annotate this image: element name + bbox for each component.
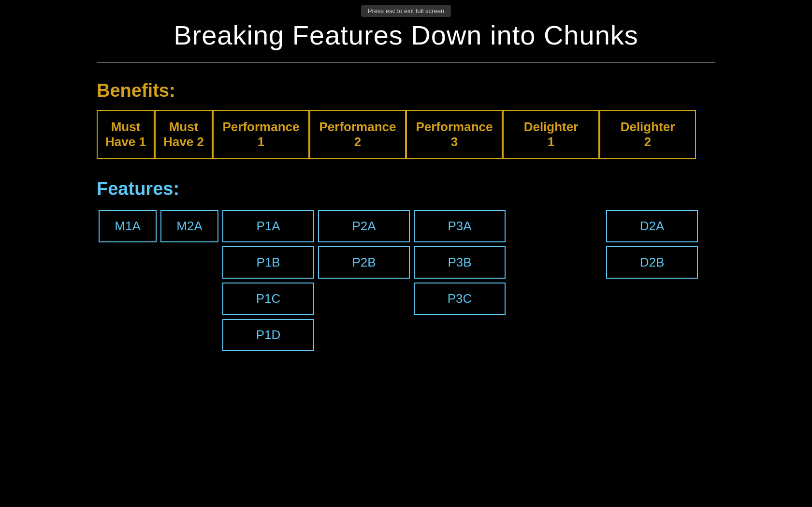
benefits-grid: Must Have 1Must Have 2Performance 1Perfo…: [97, 110, 715, 159]
feature-cell-p2-0: P2A: [318, 210, 410, 242]
feature-cell-p2-1: P2B: [318, 246, 410, 279]
feature-cell-p3-1: P3B: [414, 246, 506, 279]
feature-column-spacer-d1: [508, 208, 604, 242]
benefit-cell-1: Must Have 2: [155, 110, 213, 159]
benefit-cell-2: Performance 1: [213, 110, 309, 159]
feature-column-mh2: M2A: [159, 208, 220, 244]
feature-cell-p3-0: P3A: [414, 210, 506, 242]
feature-cell-mh2-0: M2A: [160, 210, 218, 242]
benefit-cell-4: Performance 3: [406, 110, 503, 159]
page-container: Press esc to exit full screen Breaking F…: [0, 0, 812, 507]
benefit-cell-0: Must Have 1: [97, 110, 155, 159]
feature-cell-mh1-0: M1A: [99, 210, 157, 242]
tooltip-bar: Press esc to exit full screen: [361, 5, 451, 17]
features-label: Features:: [97, 179, 715, 199]
feature-column-d1: [508, 208, 604, 242]
feature-column-p2: P2AP2B: [316, 208, 412, 281]
feature-column-p3: P3AP3BP3C: [412, 208, 508, 317]
divider: [97, 62, 715, 63]
feature-column-p1: P1AP1BP1CP1D: [220, 208, 316, 353]
benefit-cell-3: Performance 2: [309, 110, 406, 159]
feature-column-d2: D2AD2B: [604, 208, 700, 281]
feature-cell-d2-1: D2B: [606, 246, 698, 279]
feature-cell-p1-2: P1C: [222, 283, 314, 315]
feature-cell-p1-3: P1D: [222, 319, 314, 351]
features-columns: M1AM2AP1AP1BP1CP1DP2AP2BP3AP3BP3CD2AD2B: [97, 208, 715, 353]
feature-cell-p3-2: P3C: [414, 283, 506, 315]
benefit-cell-5: Delighter 1: [503, 110, 599, 159]
feature-cell-p1-0: P1A: [222, 210, 314, 242]
feature-cell-d2-0: D2A: [606, 210, 698, 242]
feature-column-mh1: M1A: [97, 208, 159, 244]
feature-cell-p1-1: P1B: [222, 246, 314, 279]
page-title: Breaking Features Down into Chunks: [97, 19, 715, 51]
benefits-label: Benefits:: [97, 80, 715, 101]
benefit-cell-6: Delighter 2: [599, 110, 696, 159]
